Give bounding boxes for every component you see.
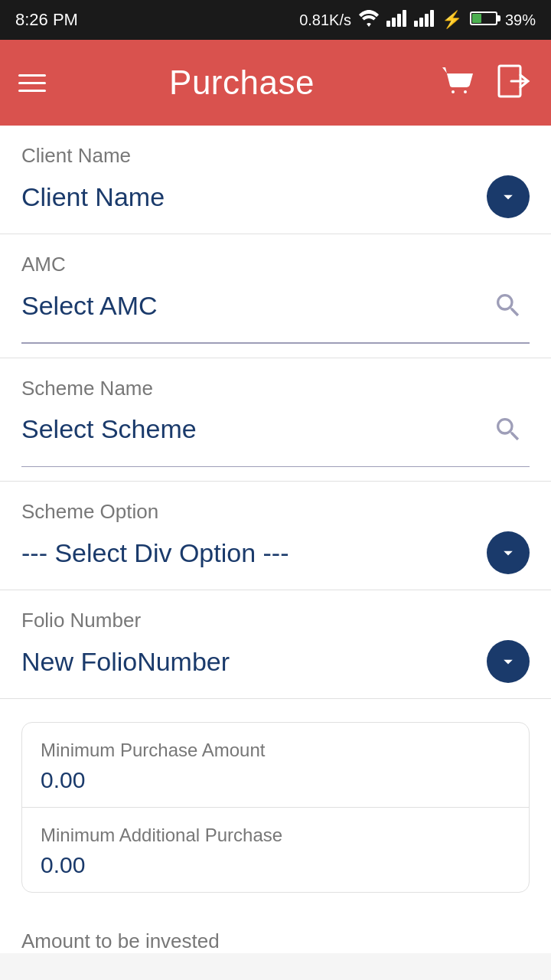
amc-section: AMC Select AMC <box>0 234 551 358</box>
signal-icon <box>386 10 406 31</box>
svg-rect-1 <box>392 18 396 27</box>
scheme-name-value: Select Scheme <box>21 414 197 444</box>
svg-rect-0 <box>386 21 390 27</box>
svg-rect-4 <box>414 21 418 27</box>
amc-row: Select AMC <box>21 284 530 342</box>
client-name-section: Client Name Client Name <box>0 126 551 234</box>
svg-rect-5 <box>419 18 423 27</box>
cart-icon[interactable] <box>438 63 474 103</box>
folio-number-row: New FolioNumber <box>21 640 530 698</box>
scheme-option-section: Scheme Option --- Select Div Option --- <box>0 482 551 590</box>
scheme-name-section: Scheme Name Select Scheme <box>0 358 551 482</box>
scheme-option-dropdown[interactable] <box>487 531 530 574</box>
battery-percent: 39% <box>505 11 536 29</box>
status-bar-right: 0.81K/s <box>299 10 536 31</box>
amount-label: Amount to be invested <box>21 929 530 953</box>
scheme-option-value: --- Select Div Option --- <box>21 538 289 568</box>
scheme-option-label: Scheme Option <box>21 500 530 524</box>
app-bar: Purchase <box>0 40 551 126</box>
scheme-name-label: Scheme Name <box>21 377 530 400</box>
amc-value: Select AMC <box>21 291 158 321</box>
hamburger-menu-button[interactable] <box>18 74 46 92</box>
folio-number-value: New FolioNumber <box>21 647 230 677</box>
scheme-search-button[interactable] <box>487 408 530 451</box>
scheme-name-row: Select Scheme <box>21 408 530 466</box>
scheme-option-row: --- Select Div Option --- <box>21 531 530 590</box>
amc-label: AMC <box>21 253 530 276</box>
page-title: Purchase <box>169 64 315 102</box>
amount-section: Amount to be invested <box>0 914 551 953</box>
min-additional-row: Minimum Additional Purchase 0.00 <box>22 808 529 892</box>
folio-number-dropdown[interactable] <box>487 640 530 683</box>
battery-icon <box>470 11 497 29</box>
min-purchase-value: 0.00 <box>41 767 510 793</box>
svg-rect-2 <box>397 14 401 27</box>
min-additional-label: Minimum Additional Purchase <box>41 825 510 846</box>
min-purchase-label: Minimum Purchase Amount <box>41 740 510 761</box>
client-name-value: Client Name <box>21 182 165 212</box>
amc-search-button[interactable] <box>487 284 530 327</box>
svg-rect-3 <box>403 10 406 27</box>
client-name-label: Client Name <box>21 144 530 168</box>
app-bar-actions <box>438 63 533 103</box>
scheme-name-underline <box>21 466 530 468</box>
status-time: 8:26 PM <box>15 10 78 30</box>
client-name-row: Client Name <box>21 175 530 234</box>
svg-rect-7 <box>430 10 434 27</box>
svg-rect-6 <box>425 14 429 27</box>
charging-icon: ⚡ <box>442 10 462 30</box>
amc-underline <box>21 342 530 344</box>
status-bar: 8:26 PM 0.81K/s <box>0 0 551 40</box>
info-card: Minimum Purchase Amount 0.00 Minimum Add… <box>21 722 530 893</box>
logout-icon[interactable] <box>496 63 533 103</box>
folio-number-section: Folio Number New FolioNumber <box>0 590 551 699</box>
network-speed: 0.81K/s <box>299 11 351 29</box>
min-additional-value: 0.00 <box>41 852 510 878</box>
min-purchase-row: Minimum Purchase Amount 0.00 <box>22 723 529 808</box>
main-content: Client Name Client Name AMC Select AMC S… <box>0 126 551 953</box>
signal2-icon <box>414 10 434 31</box>
client-name-dropdown[interactable] <box>487 175 530 218</box>
folio-number-label: Folio Number <box>21 609 530 632</box>
wifi-icon <box>359 10 379 31</box>
